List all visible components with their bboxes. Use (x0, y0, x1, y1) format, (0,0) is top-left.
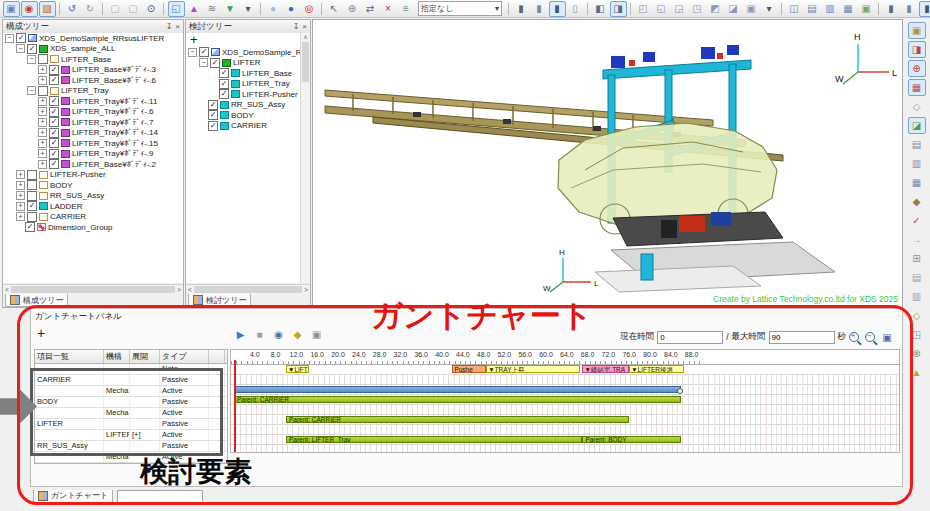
expander-icon[interactable]: + (38, 76, 47, 85)
panel-anim-icon[interactable]: ◨ (908, 41, 926, 58)
expander-icon[interactable]: + (38, 65, 47, 74)
expander-icon[interactable]: + (16, 202, 25, 211)
checkbox[interactable]: ✓ (210, 58, 220, 68)
gantt-bar[interactable]: Parent: CARRIER (234, 396, 681, 403)
tree-item[interactable]: +CARRIER (3, 212, 183, 223)
checkbox[interactable]: ✓ (208, 100, 218, 110)
capture-button[interactable]: ▣ (308, 327, 326, 342)
expander-icon[interactable]: + (38, 97, 47, 106)
copy-icon[interactable]: ▢ (125, 1, 142, 17)
select-poly-icon[interactable]: ≋ (204, 1, 221, 17)
column-header[interactable]: 展開 (130, 350, 160, 363)
ortho-icon[interactable]: ◨ (610, 1, 627, 17)
expander-icon[interactable]: − (199, 58, 208, 67)
scroll-thumb[interactable] (194, 286, 302, 293)
study-vscrollbar[interactable]: ∧ (300, 33, 310, 283)
select-color-icon[interactable]: ▼ (222, 1, 239, 17)
view-menu-icon[interactable]: ▾ (761, 1, 778, 17)
undo-icon[interactable]: ↺ (64, 1, 81, 17)
expander-icon[interactable]: − (27, 86, 36, 95)
persp-icon[interactable]: ◧ (592, 1, 609, 17)
mode-edge-icon[interactable]: ▮ (919, 1, 930, 17)
expander-icon[interactable]: + (16, 191, 25, 200)
sphere-red-icon[interactable]: ◎ (301, 1, 318, 17)
tree-item[interactable]: +✓LIFTER_Tray¥ﾎﾞﾃﾞｨ-.14 (3, 128, 183, 139)
checkbox[interactable]: ✓ (49, 75, 59, 85)
gantt-chart[interactable]: 4.08.012.016.020.024.028.032.036.040.044… (230, 349, 900, 453)
tree-item[interactable]: ✓Dimension_Group (3, 222, 183, 233)
stop-button[interactable]: ■ (251, 327, 269, 342)
report-button[interactable]: ◆ (289, 327, 307, 342)
animation-export-button[interactable]: ◉ (270, 327, 288, 342)
scroll-right-icon[interactable]: > (177, 286, 181, 293)
expander-icon[interactable]: + (16, 170, 25, 179)
delete-icon[interactable]: × (380, 1, 397, 17)
expander-icon[interactable]: + (38, 160, 47, 169)
snap-icon[interactable]: ⊕ (344, 1, 361, 17)
checkbox[interactable]: ✓ (208, 121, 218, 131)
tree-item[interactable]: ✓BODY (186, 110, 310, 121)
tree-item[interactable]: +✓LIFTER_Base¥ﾎﾞﾃﾞｨ-.2 (3, 159, 183, 170)
tab-structure-tree[interactable]: 構成ツリー (5, 294, 68, 307)
close-icon[interactable]: × (302, 22, 307, 31)
pin-icon[interactable]: ↧ (293, 22, 300, 31)
panel-check-icon[interactable]: ✓ (908, 212, 926, 229)
select-menu-icon[interactable]: ▾ (240, 1, 257, 17)
view-camera-icon[interactable]: ◉ (21, 1, 38, 17)
panel-cart-icon[interactable]: ◇ (908, 307, 926, 324)
checkbox[interactable] (38, 86, 48, 96)
viewport-3d[interactable]: H L W H L W Create by Lattice Technology… (312, 19, 903, 308)
view-iso-icon[interactable]: ▣ (743, 1, 760, 17)
milestone-label[interactable]: Pushe (452, 365, 486, 373)
column-header[interactable]: タイプ (160, 350, 209, 363)
expander-icon[interactable]: + (38, 118, 47, 127)
tree-item[interactable]: ✓LIFTER_Tray (186, 79, 310, 90)
panel-measure-icon[interactable]: ◇ (908, 98, 926, 115)
shade-smooth-icon[interactable]: ▮ (513, 1, 530, 17)
image-icon[interactable]: ▣ (858, 1, 875, 17)
sphere-blue-icon[interactable]: ● (283, 1, 300, 17)
checkbox[interactable]: ✓ (219, 79, 229, 89)
tree-item[interactable]: ✓LIFTER_Base (186, 68, 310, 79)
column-header[interactable]: 機構 (104, 350, 130, 363)
select-rect-icon[interactable]: ◱ (168, 1, 185, 17)
fit-timeline-icon[interactable]: ▣ (879, 329, 896, 345)
mode-hidden-icon[interactable]: ▮ (901, 1, 918, 17)
expander-icon[interactable]: + (38, 139, 47, 148)
panel-move-icon[interactable]: → (908, 231, 926, 248)
structure-hscrollbar[interactable]: < > (3, 284, 183, 294)
shade-edge-icon[interactable]: ▮ (549, 1, 566, 17)
scroll-right-icon[interactable]: > (304, 286, 308, 293)
scroll-thumb[interactable] (302, 42, 309, 82)
panel-grid-icon[interactable]: ⊞ (908, 250, 926, 267)
select-part-icon[interactable]: ▲ (186, 1, 203, 17)
mode-shade-icon[interactable]: ▮ (883, 1, 900, 17)
gantt-bar[interactable]: Parent: LIFTER_Tray (286, 436, 582, 443)
study-hscrollbar[interactable]: < > (186, 284, 310, 294)
tree-item[interactable]: ✓CARRIER (186, 121, 310, 132)
layout-cascade-icon[interactable]: ▤ (804, 1, 821, 17)
panel-note-icon[interactable]: ▣ (908, 22, 926, 39)
panel-film2-icon[interactable]: ▥ (908, 288, 926, 305)
tree-list-icon[interactable]: ≡ (398, 1, 415, 17)
current-time-line[interactable] (234, 360, 236, 452)
shade-flat-icon[interactable]: ▮ (531, 1, 548, 17)
scroll-left-icon[interactable]: < (188, 286, 192, 293)
expander-icon[interactable]: − (27, 55, 36, 64)
view-left-icon[interactable]: ◲ (671, 1, 688, 17)
shade-wire-icon[interactable]: ▯ (567, 1, 584, 17)
scroll-left-icon[interactable]: < (5, 286, 9, 293)
panel-film-icon[interactable]: ▤ (908, 269, 926, 286)
layout-vert-icon[interactable]: ▥ (822, 1, 839, 17)
tree-item[interactable]: +✓LIFTER_Tray¥ﾎﾞﾃﾞｨ-.9 (3, 149, 183, 160)
add-study-button[interactable]: + (186, 33, 310, 47)
checkbox[interactable]: ✓ (49, 107, 59, 117)
gantt-bar[interactable] (234, 386, 681, 393)
checkbox[interactable]: ✓ (27, 44, 37, 54)
table-row[interactable]: LIFTER[+]Active (35, 430, 227, 441)
tree-item[interactable]: +✓LIFTER_Base¥ﾎﾞﾃﾞｨ-.3 (3, 65, 183, 76)
panel-tool-icon[interactable]: ◆ (908, 193, 926, 210)
checkbox[interactable]: ✓ (27, 201, 37, 211)
view-new-icon[interactable]: ▣ (3, 1, 20, 17)
expander-icon[interactable]: + (38, 128, 47, 137)
